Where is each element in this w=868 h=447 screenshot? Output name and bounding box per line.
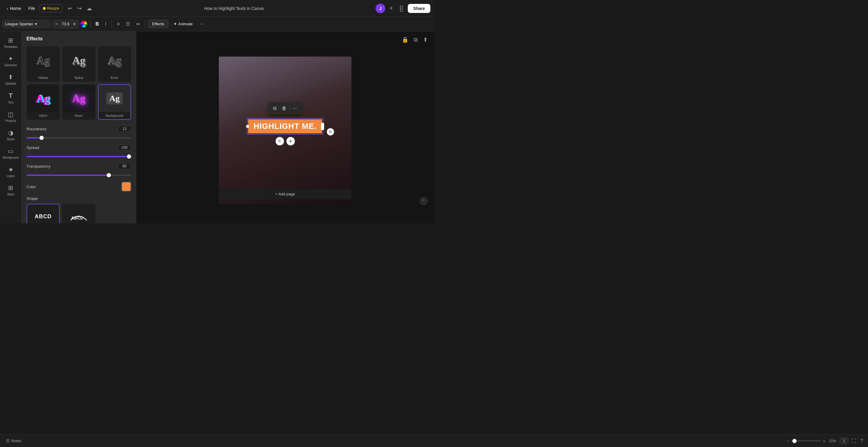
sidebar-item-styles[interactable]: ◑ Styles [2,126,20,144]
add-collaborator-button[interactable]: + [388,4,395,13]
effect-card-hollow[interactable]: Ag Hollow [27,46,60,82]
bottom-handles: ↻ ✛ [247,137,323,145]
sidebar-item-text[interactable]: T Text [2,89,20,107]
sidebar-item-templates[interactable]: ⊞ Templates [2,34,20,51]
effect-card-glitch[interactable]: Ag Ag Ag Glitch [27,84,60,120]
context-duplicate-button[interactable]: ⧉ [271,104,279,112]
shape-card-curve[interactable]: ABCD Curve [62,204,95,224]
svg-text:ABCD: ABCD [71,215,83,220]
effects-panel: Effects Ag Hollow Ag Ag Splice [22,31,136,224]
roundness-slider[interactable] [27,137,131,138]
effect-label-echo: Echo [110,74,119,81]
resize-dot [43,7,46,10]
handle-rotate-btn[interactable]: ↻ [276,137,284,145]
align-left-button[interactable]: ≡ [115,20,122,28]
lock-button[interactable]: 🔒 [400,35,410,44]
grid-button[interactable]: ⣿ [397,4,405,13]
shape-title: Shape [27,196,131,201]
file-button[interactable]: File [25,4,38,13]
transparency-label: Transparency [27,164,50,169]
export-button[interactable]: ⬆ [422,35,429,44]
effects-grid: Ag Hollow Ag Ag Splice [27,46,131,120]
spread-label-row: Spread 100 [27,144,131,150]
sidebar-item-logos[interactable]: ★ Logos [2,163,20,181]
sidebar-item-projects[interactable]: ◫ Projects [2,108,20,126]
chevron-left-icon: ‹ [7,6,8,11]
add-page-button[interactable]: + Add page [219,189,351,199]
resize-handle-right[interactable] [321,123,324,130]
bold-button[interactable]: B [93,20,101,28]
rotate-handle[interactable]: ↻ [327,128,334,135]
spread-label: Spread [27,145,39,150]
sidebar-item-background[interactable]: ▭ Background [2,144,20,162]
shape-preview-curve: ABCD [63,204,95,224]
color-control: Color [27,182,131,192]
effect-card-neon[interactable]: Ag Neon [62,84,95,120]
shape-section: Shape ABCD None ABCD [27,196,131,224]
shape-card-none[interactable]: ABCD None [27,204,60,224]
avatar[interactable]: J [375,4,385,13]
resize-handle-left[interactable] [246,125,249,128]
font-family-select[interactable]: League Spartan ▾ [2,20,51,28]
effect-card-splice[interactable]: Ag Ag Splice [62,46,95,82]
divider2 [112,20,112,28]
spread-value[interactable]: 100 [118,144,131,150]
panel-title: Effects [27,36,131,41]
logos-label: Logos [7,174,15,178]
elements-label: Elements [4,64,17,67]
color-label: Color [27,184,36,189]
handle-move-btn[interactable]: ✛ [286,137,295,145]
effect-label-splice: Splice [73,74,85,81]
spread-slider[interactable] [27,156,131,157]
more-options-button[interactable]: ··· [198,20,206,28]
shape-grid: ABCD None ABCD Curve [27,204,131,224]
effect-card-echo[interactable]: Ag Ag Echo [98,46,131,82]
uploads-icon: ⬆ [8,73,13,81]
color-swatch[interactable] [121,182,131,192]
font-family-label: League Spartan [5,22,33,26]
main-layout: ⊞ Templates ✦ Elements ⬆ Uploads T Text … [0,31,434,224]
scroll-indicator[interactable]: ⌃ [420,197,428,205]
home-button[interactable]: ‹ Home [4,4,24,13]
font-size-decrease[interactable]: − [55,21,59,27]
sidebar-item-apps[interactable]: ⊞ Apps [2,181,20,199]
align-center-button[interactable]: ☰ [124,20,132,28]
spacing-button[interactable]: ⇔ [134,20,142,28]
curve-shape-svg: ABCD [68,209,89,224]
share-button[interactable]: Share [408,4,430,13]
transparency-label-row: Transparency 80 [27,163,131,169]
apps-icon: ⊞ [8,184,13,192]
effect-preview-neon: Ag [63,85,95,112]
italic-button[interactable]: I [103,20,108,28]
sidebar-item-uploads[interactable]: ⬆ Uploads [2,70,20,88]
text-element-wrapper[interactable]: ⧉ 🗑 ··· HIGHLIGHT ME. ↻ ↻ ✛ [247,118,323,145]
text-element[interactable]: HIGHLIGHT ME. [248,119,322,133]
roundness-value[interactable]: 13 [118,126,131,132]
topbar: ‹ Home File Resize ↩ ↪ ☁ How to Highligh… [0,0,434,17]
text-selection-box: HIGHLIGHT ME. [247,118,323,135]
font-size-input[interactable]: 73.9 [60,22,71,26]
resize-label: Resize [47,6,59,10]
context-delete-button[interactable]: 🗑 [279,104,289,112]
transparency-value[interactable]: 80 [118,163,131,169]
format-bar: League Spartan ▾ − 73.9 + B I ≡ ☰ ⇔ Effe… [0,17,434,31]
redo-button[interactable]: ↪ [75,4,84,13]
sidebar-item-elements[interactable]: ✦ Elements [2,52,20,70]
effect-card-background[interactable]: Ag Background [98,84,131,120]
canvas-frame[interactable]: ⧉ 🗑 ··· HIGHLIGHT ME. ↻ ↻ ✛ [219,57,351,204]
context-more-button[interactable]: ··· [290,104,299,112]
transparency-slider[interactable] [27,175,131,176]
animate-button[interactable]: ✦ Animate [170,20,196,28]
text-color-picker[interactable] [81,21,87,27]
resize-button[interactable]: Resize [39,4,63,12]
styles-icon: ◑ [8,129,13,136]
effects-button-top[interactable]: Effects [148,20,168,28]
undo-button[interactable]: ↩ [66,4,74,13]
effect-preview-background: Ag [98,85,130,112]
font-size-increase[interactable]: + [72,21,76,27]
canvas-area[interactable]: 🔒 ⧉ ⬆ ⧉ 🗑 ··· HIGHLIGHT ME. [136,31,434,224]
effect-label-hollow: Hollow [37,74,50,81]
context-menu: ⧉ 🗑 ··· [268,102,302,114]
roundness-label: Roundness [27,127,46,131]
duplicate-button[interactable]: ⧉ [412,35,419,44]
